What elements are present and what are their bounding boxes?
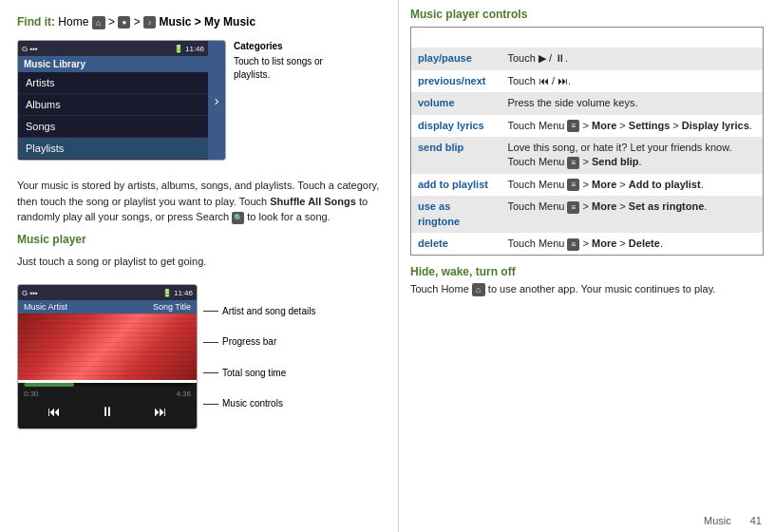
val-add-playlist: Touch Menu ≡ > More > Add to playlist.: [501, 174, 764, 196]
val-send-blip: Love this song, or hate it? Let your fri…: [501, 137, 764, 174]
menu-icon-3: ≡: [567, 179, 579, 191]
key-display-lyrics: display lyrics: [411, 115, 501, 137]
playlists-menu-item[interactable]: Playlists: [18, 138, 208, 160]
elapsed-time: 0:30: [24, 390, 39, 398]
callout-total-time: Total song time: [203, 368, 315, 378]
callout-progress: Progress bar: [203, 336, 315, 347]
table-row: display lyrics Touch Menu ≡ > More > Set…: [411, 115, 764, 137]
time-row: 0:30 4:36: [18, 390, 197, 398]
album-art: [18, 314, 197, 380]
categories-desc: Touch to list songs orplaylists.: [234, 55, 323, 82]
find-it-arrow1: >: [108, 15, 118, 28]
phone-status-bar: G ▪▪▪ 🔋 11:46: [18, 41, 208, 56]
left-column: Find it: Home ⌂ > ● > ♪ Music > My Music…: [0, 0, 399, 532]
key-send-blip: send blip: [411, 137, 501, 174]
music-library-header: Music Library: [18, 56, 208, 72]
songs-menu-item[interactable]: Songs: [18, 116, 208, 138]
player-status-bar: G ▪▪▪ 🔋 11:46: [18, 285, 197, 300]
phone-main: G ▪▪▪ 🔋 11:46 Music Library Artists Albu…: [18, 41, 208, 160]
categories-callout: Categories Touch to list songs orplaylis…: [234, 40, 323, 82]
search-icon: 🔍: [232, 212, 244, 224]
home-icon-2: ⌂: [472, 283, 485, 296]
music-player-desc: Just touch a song or playlist to get goi…: [17, 254, 381, 270]
music-player-screenshot: G ▪▪▪ 🔋 11:46 Music Artist Song Title 0:…: [17, 284, 198, 429]
menu-icon-5: ≡: [567, 238, 579, 251]
key-prev-next: previous/next: [411, 70, 501, 92]
val-prev-next: Touch ⏮ / ⏭.: [501, 70, 764, 92]
player-info-bar: Music Artist Song Title: [18, 300, 197, 314]
hide-wake-title: Hide, wake, turn off: [410, 265, 764, 278]
table-row: send blip Love this song, or hate it? Le…: [411, 137, 764, 174]
player-controls: ⏮ ⏸ ⏭: [18, 398, 197, 425]
body-text-paragraph: Your music is stored by artists, albums,…: [17, 178, 381, 225]
player-carrier: G ▪▪▪: [22, 289, 38, 297]
phone-arrow-tab[interactable]: ›: [208, 41, 225, 160]
music-file-icon: ♪: [143, 16, 156, 28]
callout-artist-song: Artist and song details: [203, 306, 315, 316]
find-it-label: Find it:: [17, 15, 55, 28]
hide-wake-text: Touch Home ⌂ to use another app. Your mu…: [410, 281, 764, 297]
val-volume: Press the side volume keys.: [501, 92, 764, 114]
table-row: previous/next Touch ⏮ / ⏭.: [411, 70, 764, 92]
player-song-label: Song Title: [153, 302, 191, 312]
artists-menu-item[interactable]: Artists: [18, 72, 208, 94]
key-ringtone: use as ringtone: [411, 196, 501, 233]
menu-icon-4: ≡: [567, 201, 579, 214]
progress-bar[interactable]: [24, 383, 191, 387]
val-display-lyrics: Touch Menu ≡ > More > Settings > Display…: [501, 115, 764, 137]
find-it-header: Find it: Home ⌂ > ● > ♪ Music > My Music: [17, 13, 381, 30]
carrier-icon: G ▪▪▪: [22, 45, 38, 53]
home-icon: ⌂: [92, 16, 105, 29]
table-row: delete Touch Menu ≡ > More > Delete.: [411, 233, 764, 256]
val-play-pause: Touch ▶ / ⏸.: [501, 48, 764, 69]
player-artist-label: Music Artist: [24, 302, 67, 312]
find-it-path: Music > My Music: [159, 15, 255, 28]
val-ringtone: Touch Menu ≡ > More > Set as ringtone.: [501, 196, 764, 233]
menu-circle-icon: ●: [118, 16, 130, 28]
albums-menu-item[interactable]: Albums: [18, 94, 208, 116]
table-row: play/pause Touch ▶ / ⏸.: [411, 48, 764, 69]
play-pause-button[interactable]: ⏸: [101, 404, 114, 419]
player-time-status: 🔋 11:46: [162, 289, 193, 297]
table-row: volume Press the side volume keys.: [411, 92, 764, 114]
footer-page: 41: [750, 515, 762, 526]
key-delete: delete: [411, 233, 501, 256]
music-player-screenshot-container: G ▪▪▪ 🔋 11:46 Music Artist Song Title 0:…: [17, 276, 381, 429]
music-library-screenshot: G ▪▪▪ 🔋 11:46 Music Library Artists Albu…: [17, 40, 226, 161]
table-header-cell: controls: [411, 28, 764, 48]
page-footer: Music 41: [704, 515, 762, 526]
controls-table: controls play/pause Touch ▶ / ⏸. previou…: [410, 27, 764, 256]
callout-music-controls: Music controls: [203, 398, 315, 408]
table-header-row: controls: [411, 28, 764, 48]
menu-icon-2: ≡: [567, 157, 579, 169]
music-player-section-title: Music player: [17, 233, 381, 246]
key-play-pause: play/pause: [411, 48, 501, 69]
prev-button[interactable]: ⏮: [47, 404, 61, 419]
find-it-home: Home: [58, 15, 91, 28]
progress-fill: [24, 383, 74, 387]
right-column: Music player controls controls play/paus…: [399, 0, 775, 532]
menu-icon-1: ≡: [567, 120, 579, 132]
categories-label: Categories: [234, 40, 323, 53]
callout-labels: Artist and song details Progress bar Tot…: [203, 276, 315, 419]
val-delete: Touch Menu ≡ > More > Delete.: [501, 233, 764, 256]
music-player-controls-title: Music player controls: [410, 8, 764, 21]
find-it-arrow2: >: [134, 15, 143, 28]
total-time: 4:36: [176, 390, 191, 398]
status-icons: 🔋 11:46: [174, 45, 204, 53]
footer-section: Music: [704, 515, 731, 526]
key-volume: volume: [411, 92, 501, 114]
table-row: add to playlist Touch Menu ≡ > More > Ad…: [411, 174, 764, 196]
table-row: use as ringtone Touch Menu ≡ > More > Se…: [411, 196, 764, 233]
next-button[interactable]: ⏭: [154, 404, 167, 419]
key-add-playlist: add to playlist: [411, 174, 501, 196]
